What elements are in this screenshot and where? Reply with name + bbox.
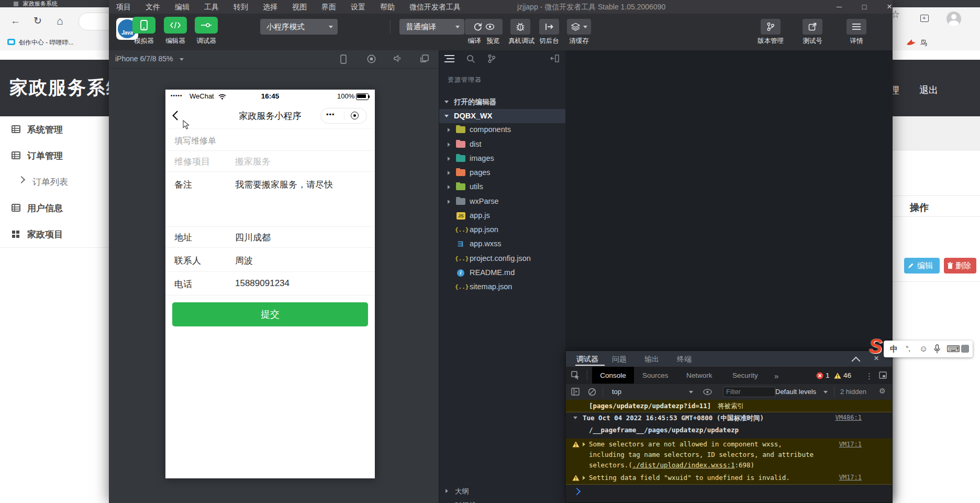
devtools-tab-console[interactable]: Console <box>592 367 634 384</box>
sidebar-toggle-icon[interactable] <box>571 388 580 396</box>
collections-icon[interactable]: + <box>920 15 929 22</box>
collapse-panel-icon[interactable] <box>550 54 559 62</box>
expand-icon[interactable] <box>583 476 585 480</box>
version-control-button[interactable] <box>761 19 781 35</box>
source-link[interactable]: ./dist/upload/index.wxss:1 <box>632 461 735 469</box>
menu-goto[interactable]: 转到 <box>226 0 255 14</box>
section-open-editors[interactable]: 打开的编辑器 <box>439 95 566 109</box>
console-filter-input[interactable] <box>723 387 775 397</box>
tree-item-file[interactable]: JS app.js <box>439 209 566 223</box>
edit-button[interactable]: 编辑 <box>904 258 940 274</box>
browser-home-icon[interactable]: ⌂ <box>57 7 63 35</box>
field-value[interactable]: 四川成都 <box>235 232 271 244</box>
tree-item-folder[interactable]: utils <box>439 180 566 194</box>
sidebar-item-orders[interactable]: 订单管理 <box>0 143 126 169</box>
source-link[interactable]: VM17:1 <box>839 441 862 448</box>
source-link[interactable]: VM486:1 <box>835 414 862 421</box>
tree-item-folder[interactable]: dist <box>439 138 566 151</box>
browser-tab-title[interactable]: 家政服务系统 <box>23 0 58 8</box>
profile-avatar[interactable] <box>946 12 961 26</box>
source-link[interactable]: VM17:1 <box>839 474 862 481</box>
editor-tab-button[interactable] <box>164 17 187 34</box>
dock-icon[interactable] <box>879 371 887 379</box>
inspect-icon[interactable] <box>571 371 580 380</box>
tree-item-folder[interactable]: components <box>439 123 566 137</box>
sidebar-item-order-list[interactable]: 订单列表 <box>0 169 126 195</box>
section-timeline[interactable]: 时间线 <box>439 499 566 503</box>
devtools-tab-security[interactable]: Security <box>732 371 758 379</box>
tab-output[interactable]: 输出 <box>644 355 659 364</box>
tree-item-file[interactable]: i README.md <box>439 266 566 280</box>
ime-punctuation-toggle[interactable]: °‚ <box>906 344 910 353</box>
menu-interface[interactable]: 界面 <box>314 0 343 14</box>
section-outline[interactable]: 大纲 <box>439 485 566 498</box>
test-account-button[interactable] <box>803 19 822 35</box>
menu-select[interactable]: 选择 <box>255 0 285 14</box>
browser-back-icon[interactable]: ← <box>10 7 20 35</box>
record-icon[interactable] <box>367 54 376 63</box>
header-logout-link[interactable]: 退出 <box>919 84 938 96</box>
remote-debug-button[interactable] <box>510 19 530 35</box>
more-tabs-icon[interactable]: » <box>774 371 778 380</box>
warning-badge-icon[interactable] <box>834 373 841 379</box>
switch-background-button[interactable] <box>539 19 559 35</box>
field-value[interactable]: 我需要搬家服务，请尽快 <box>235 179 333 191</box>
compile-mode-select[interactable]: 普通编译 <box>399 19 464 35</box>
devtools-tab-sources[interactable]: Sources <box>642 371 669 379</box>
console-warning-row[interactable]: Setting data field "wxuid" to undefined … <box>566 472 892 485</box>
expand-icon[interactable] <box>573 417 577 419</box>
error-badge-icon[interactable] <box>816 372 823 379</box>
clear-console-icon[interactable] <box>588 388 596 396</box>
maximize-button[interactable]: □ <box>855 0 874 14</box>
bookmark-item[interactable]: 鸟 <box>920 38 927 48</box>
duplicate-icon[interactable] <box>420 54 429 63</box>
menu-file[interactable]: 文件 <box>138 0 168 14</box>
log-levels-select[interactable]: Default levels <box>775 388 816 396</box>
close-button[interactable]: × <box>880 0 899 14</box>
sogou-logo[interactable]: S <box>869 335 882 358</box>
tab-problems[interactable]: 问题 <box>612 355 627 364</box>
delete-button[interactable]: 删除 <box>944 258 976 274</box>
menu-wechat-devtools[interactable]: 微信开发者工具 <box>402 0 468 14</box>
field-value[interactable]: 周波 <box>235 255 253 267</box>
bookmark-item[interactable]: 创作中心 - 哔哩哔... <box>19 38 74 47</box>
settings-gear-icon[interactable]: ⚙ <box>879 387 886 395</box>
console-warning-row[interactable]: Some selectors are not allowed in compon… <box>566 439 892 472</box>
field-value[interactable]: 15889091234 <box>235 278 289 289</box>
eye-icon[interactable] <box>703 389 712 395</box>
ime-keyboard-icon[interactable]: ⌨ <box>946 343 960 355</box>
menu-view[interactable]: 视图 <box>285 0 314 14</box>
tree-item-folder[interactable]: wxParse <box>439 195 566 209</box>
ime-toolbox-icon[interactable] <box>961 345 969 353</box>
console-prompt-icon[interactable] <box>573 488 581 495</box>
menu-help[interactable]: 帮助 <box>373 0 402 14</box>
tree-item-folder[interactable]: pages <box>439 166 566 180</box>
browser-refresh-icon[interactable]: ↻ <box>34 7 42 35</box>
sidebar-item-users[interactable]: 用户信息 <box>0 195 126 222</box>
ime-mic-icon[interactable] <box>934 344 940 354</box>
tree-item-file[interactable]: {..} sitemap.json <box>439 280 566 294</box>
kebab-menu-icon[interactable]: ⋮ <box>865 371 873 381</box>
device-select[interactable]: iPhone 6/7/8 85% <box>115 54 173 63</box>
sidebar-item-system[interactable]: 系统管理 <box>0 116 126 143</box>
sidebar-item-projects[interactable]: 家政项目 <box>0 221 126 248</box>
explorer-list-icon[interactable] <box>444 54 454 63</box>
simulator-tab-button[interactable] <box>132 17 155 34</box>
console-warning-row[interactable]: [pages/updatezp/updatezp?id=11] 将被索引 <box>566 400 892 412</box>
mute-icon[interactable] <box>394 54 402 62</box>
console-log-row[interactable]: Tue Oct 04 2022 16:45:53 GMT+0800 (中国标准时… <box>566 412 892 439</box>
debugger-tab-button[interactable] <box>195 17 218 34</box>
menu-edit[interactable]: 编辑 <box>168 0 197 14</box>
submit-button[interactable]: 提交 <box>172 302 368 326</box>
ime-emoji-icon[interactable]: ☺ <box>919 344 928 354</box>
details-button[interactable] <box>847 19 866 35</box>
target-close-icon[interactable] <box>351 112 359 119</box>
minimize-button[interactable]: ─ <box>830 0 849 14</box>
collapse-icon[interactable] <box>852 357 861 366</box>
tree-item-file[interactable]: {..} project.config.json <box>439 252 566 266</box>
mode-select[interactable]: 小程序模式 <box>260 19 338 35</box>
expand-icon[interactable] <box>583 442 585 446</box>
device-frame-icon[interactable] <box>340 54 347 64</box>
bird-bookmark-icon[interactable] <box>906 38 916 46</box>
tab-debugger[interactable]: 调试器 <box>576 355 598 364</box>
